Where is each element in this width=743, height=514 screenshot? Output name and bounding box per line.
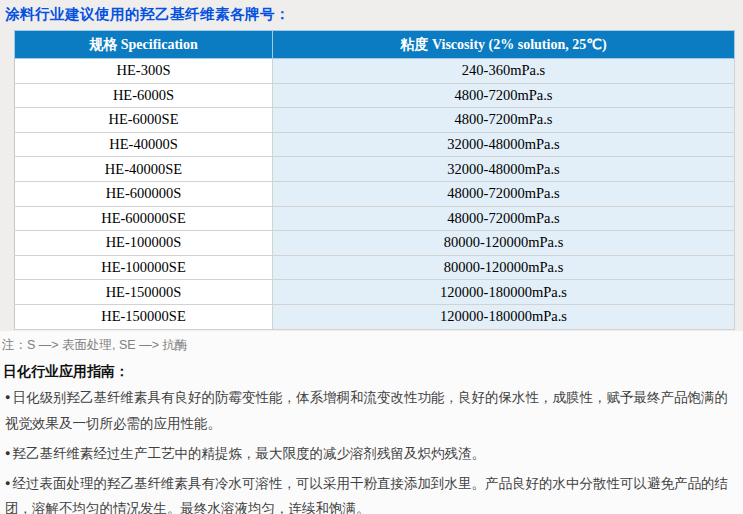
table-row: HE-100000SE80000-120000mPa.s: [15, 255, 735, 280]
table-row: HE-150000SE120000-180000mPa.s: [15, 304, 735, 329]
bullet-list: ●日化级别羟乙基纤维素具有良好的防霉变性能，体系增稠和流变改性功能，良好的保水性…: [2, 385, 739, 514]
spec-table-body: HE-300S240-360mPa.sHE-6000S4800-7200mPa.…: [15, 59, 735, 330]
guide-bullet-text: 羟乙基纤维素经过生产工艺中的精提炼，最大限度的减少溶剂残留及炽灼残渣。: [12, 446, 485, 461]
viscosity-cell: 240-360mPa.s: [273, 59, 735, 84]
viscosity-cell: 4800-7200mPa.s: [273, 83, 735, 108]
spec-cell: HE-150000S: [15, 280, 273, 305]
table-section: 涂料行业建议使用的羟乙基纤维素各牌号： 规格 Specification 粘度 …: [0, 0, 743, 331]
table-row: HE-300S240-360mPa.s: [15, 59, 735, 84]
spec-cell: HE-6000S: [15, 83, 273, 108]
spec-cell: HE-40000S: [15, 132, 273, 157]
spec-cell: HE-300S: [15, 59, 273, 84]
guide-bullet: ●羟乙基纤维素经过生产工艺中的精提炼，最大限度的减少溶剂残留及炽灼残渣。: [5, 441, 739, 467]
spec-cell: HE-150000SE: [15, 304, 273, 329]
spec-cell: HE-600000SE: [15, 206, 273, 231]
guide-bullet: ●日化级别羟乙基纤维素具有良好的防霉变性能，体系增稠和流变改性功能，良好的保水性…: [5, 385, 739, 436]
viscosity-cell: 48000-72000mPa.s: [273, 206, 735, 231]
viscosity-cell: 120000-180000mPa.s: [273, 280, 735, 305]
table-row: HE-40000S32000-48000mPa.s: [15, 132, 735, 157]
bullet-dot-icon: ●: [5, 478, 10, 488]
bullet-dot-icon: ●: [5, 392, 10, 402]
table-header-row: 规格 Specification 粘度 Viscosity (2% soluti…: [15, 31, 735, 59]
spec-cell: HE-100000S: [15, 231, 273, 256]
table-row: HE-40000SE32000-48000mPa.s: [15, 157, 735, 182]
column-header-specification: 规格 Specification: [15, 31, 273, 59]
spec-cell: HE-100000SE: [15, 255, 273, 280]
spec-cell: HE-600000S: [15, 181, 273, 206]
table-footnote: 注：S —> 表面处理, SE —> 抗酶: [2, 337, 739, 354]
spec-cell: HE-6000SE: [15, 108, 273, 133]
viscosity-cell: 4800-7200mPa.s: [273, 108, 735, 133]
bullet-dot-icon: ●: [5, 448, 10, 458]
guide-section-title: 日化行业应用指南：: [3, 363, 739, 381]
guide-bullet-text: 日化级别羟乙基纤维素具有良好的防霉变性能，体系增稠和流变改性功能，良好的保水性，…: [5, 390, 728, 431]
page-title: 涂料行业建议使用的羟乙基纤维素各牌号：: [5, 5, 743, 24]
table-row: HE-600000SE48000-72000mPa.s: [15, 206, 735, 231]
viscosity-cell: 32000-48000mPa.s: [273, 157, 735, 182]
table-row: HE-6000S4800-7200mPa.s: [15, 83, 735, 108]
viscosity-cell: 80000-120000mPa.s: [273, 255, 735, 280]
table-row: HE-600000S48000-72000mPa.s: [15, 181, 735, 206]
viscosity-cell: 120000-180000mPa.s: [273, 304, 735, 329]
guide-bullet: ●经过表面处理的羟乙基纤维素具有冷水可溶性，可以采用干粉直接添加到水里。产品良好…: [5, 471, 739, 514]
viscosity-cell: 48000-72000mPa.s: [273, 181, 735, 206]
guide-section: 注：S —> 表面处理, SE —> 抗酶 日化行业应用指南： ●日化级别羟乙基…: [0, 331, 743, 514]
spec-table: 规格 Specification 粘度 Viscosity (2% soluti…: [14, 30, 735, 330]
viscosity-cell: 32000-48000mPa.s: [273, 132, 735, 157]
viscosity-cell: 80000-120000mPa.s: [273, 231, 735, 256]
column-header-viscosity: 粘度 Viscosity (2% solution, 25℃): [273, 31, 735, 59]
guide-bullet-text: 经过表面处理的羟乙基纤维素具有冷水可溶性，可以采用干粉直接添加到水里。产品良好的…: [5, 476, 728, 514]
spec-cell: HE-40000SE: [15, 157, 273, 182]
table-row: HE-100000S80000-120000mPa.s: [15, 231, 735, 256]
table-row: HE-150000S120000-180000mPa.s: [15, 280, 735, 305]
table-row: HE-6000SE4800-7200mPa.s: [15, 108, 735, 133]
